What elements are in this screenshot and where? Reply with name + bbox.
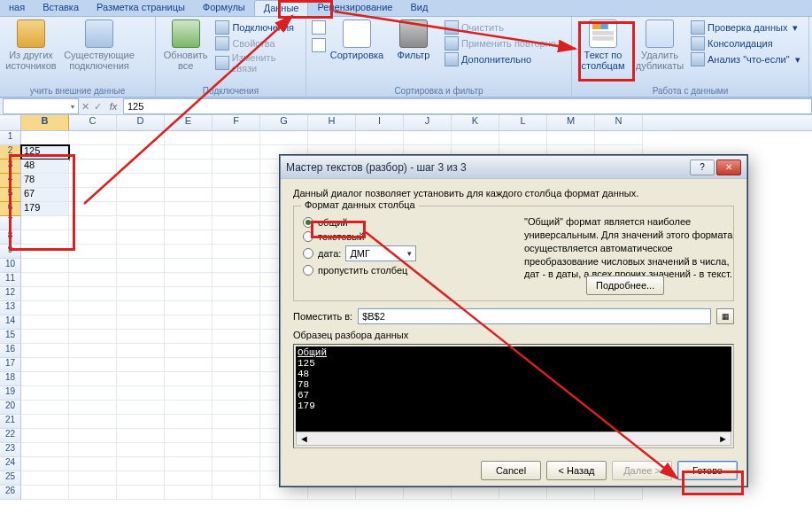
cell[interactable] <box>117 315 165 330</box>
cell[interactable] <box>165 131 213 145</box>
btn-existing-connections[interactable]: Существующие подключения <box>62 19 136 85</box>
tab-view[interactable]: Вид <box>401 0 437 16</box>
cell[interactable] <box>69 429 117 443</box>
btn-data-validation[interactable]: Проверка данных ▾ <box>691 20 800 35</box>
row-header[interactable]: 6 <box>0 202 21 216</box>
cell[interactable] <box>117 344 165 358</box>
row-header[interactable]: 11 <box>0 273 21 287</box>
cell[interactable] <box>117 330 165 344</box>
btn-consolidate[interactable]: Консолидация <box>691 36 800 51</box>
row-header[interactable]: 24 <box>0 457 21 471</box>
column-header[interactable]: J <box>404 115 452 130</box>
row-header[interactable]: 13 <box>0 301 21 315</box>
cell[interactable] <box>213 429 260 443</box>
cell[interactable] <box>69 230 117 245</box>
cell[interactable] <box>21 471 69 486</box>
cell[interactable] <box>69 372 117 386</box>
cell[interactable] <box>165 188 213 202</box>
column-header[interactable]: D <box>117 115 165 130</box>
cell[interactable] <box>69 159 117 174</box>
cell[interactable] <box>165 230 213 245</box>
cell[interactable] <box>165 429 213 443</box>
column-header[interactable]: F <box>213 115 260 130</box>
cell[interactable] <box>69 287 117 301</box>
cell[interactable] <box>165 471 213 486</box>
cell[interactable] <box>213 245 260 259</box>
preview-column-header[interactable]: Общий <box>298 347 730 358</box>
cell[interactable] <box>213 202 260 216</box>
cell[interactable] <box>117 145 165 159</box>
range-picker-button[interactable]: ▦ <box>716 308 734 324</box>
cell[interactable] <box>213 230 260 245</box>
cell[interactable] <box>117 415 165 429</box>
cell[interactable] <box>213 386 260 401</box>
btn-properties[interactable]: Свойства <box>215 36 300 51</box>
cell[interactable] <box>69 245 117 259</box>
cell[interactable] <box>21 287 69 301</box>
cell[interactable] <box>117 245 165 259</box>
cell[interactable]: 125 <box>21 145 69 159</box>
cell[interactable] <box>165 386 213 401</box>
cell[interactable] <box>21 344 69 358</box>
cell[interactable] <box>21 330 69 344</box>
tab-data[interactable]: Данные <box>254 0 309 16</box>
cell[interactable] <box>21 429 69 443</box>
tab-review[interactable]: Рецензирование <box>308 0 401 16</box>
cell[interactable] <box>117 131 165 145</box>
cell[interactable] <box>21 245 69 259</box>
btn-other-sources[interactable]: Из других источников <box>5 19 57 85</box>
cell[interactable] <box>21 259 69 273</box>
cell[interactable] <box>213 457 260 471</box>
cell[interactable] <box>69 471 117 486</box>
cell[interactable] <box>69 344 117 358</box>
column-header[interactable]: B <box>21 115 69 130</box>
cell[interactable] <box>69 330 117 344</box>
cell[interactable] <box>117 230 165 245</box>
cell[interactable]: 48 <box>21 159 69 174</box>
cell[interactable] <box>260 131 308 145</box>
btn-text-to-columns[interactable]: Текст по столбцам <box>577 19 629 85</box>
cell[interactable] <box>547 486 595 500</box>
btn-refresh-all[interactable]: Обновить все <box>161 19 210 85</box>
cell[interactable] <box>69 301 117 315</box>
scroll-right-icon[interactable]: ► <box>718 433 728 444</box>
cell[interactable] <box>117 174 165 188</box>
cell[interactable] <box>117 386 165 401</box>
row-header[interactable]: 18 <box>0 372 21 386</box>
cell[interactable] <box>452 131 499 145</box>
cell[interactable] <box>69 202 117 216</box>
preview-content[interactable]: Общий 125487867179 <box>296 346 731 432</box>
date-format-select[interactable]: ДМГ <box>345 245 416 261</box>
cell[interactable] <box>165 259 213 273</box>
btn-advanced-filter[interactable]: Дополнительно <box>445 52 556 66</box>
btn-sort[interactable]: Сортировка <box>331 19 383 85</box>
cell[interactable] <box>165 245 213 259</box>
cell[interactable]: 67 <box>21 188 69 202</box>
cell[interactable] <box>213 216 260 230</box>
select-all-corner[interactable] <box>0 115 21 130</box>
column-header[interactable]: H <box>308 115 356 130</box>
row-header[interactable]: 8 <box>0 230 21 245</box>
cell[interactable] <box>117 188 165 202</box>
cell[interactable] <box>213 301 260 315</box>
cell[interactable] <box>213 287 260 301</box>
cell[interactable] <box>165 401 213 415</box>
cell[interactable] <box>308 131 356 145</box>
cell[interactable] <box>117 401 165 415</box>
cell[interactable] <box>213 188 260 202</box>
formula-input[interactable]: 125 <box>123 98 812 114</box>
row-header[interactable]: 2 <box>0 145 21 159</box>
cell[interactable] <box>213 159 260 174</box>
cell[interactable] <box>499 486 547 500</box>
name-box[interactable] <box>3 98 79 114</box>
row-header[interactable]: 17 <box>0 358 21 372</box>
back-button[interactable]: < Назад <box>546 461 607 480</box>
advanced-button[interactable]: Подробнее... <box>586 276 664 295</box>
row-header[interactable]: 14 <box>0 315 21 330</box>
cell[interactable] <box>165 159 213 174</box>
cell[interactable] <box>69 216 117 230</box>
cell[interactable] <box>117 202 165 216</box>
btn-clear-filter[interactable]: Очистить <box>445 20 556 35</box>
cell[interactable] <box>21 443 69 457</box>
cell[interactable] <box>117 273 165 287</box>
